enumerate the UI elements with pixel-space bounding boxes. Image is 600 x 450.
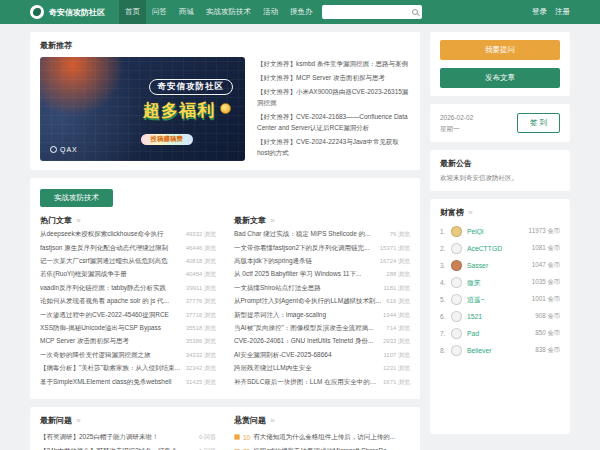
avatar[interactable] <box>451 277 462 288</box>
article-row[interactable]: 从 0ctf 2025 Babyfilter 学习 Windows 11下...… <box>234 270 410 283</box>
article-row[interactable]: vaadin反序列化链挖掘：tabby静态分析实践 39911 浏览 <box>40 284 216 297</box>
article-title[interactable]: 若依(RuoYi)框架漏洞战争手册 <box>40 270 181 279</box>
article-row[interactable]: 补齐SDLC最后一块拼图：LLM 在应用安全中的实... 1671 浏览 <box>234 378 410 391</box>
article-row[interactable]: 记一次某大厂csrf漏洞通过蠕虫从低危到高危 40818 浏览 <box>40 257 216 270</box>
article-row[interactable]: 一文搞懂Shiro站点打法全思路 1181 浏览 <box>234 284 410 297</box>
recommend-item[interactable]: 【好文推荐】MCP Server 攻击面初探与思考 <box>257 73 410 84</box>
article-row[interactable]: fastjson 原生反序列化配合动态代理绕过限制 46446 浏览 <box>40 244 216 257</box>
nav-item[interactable]: 活动 <box>257 0 284 24</box>
article-row[interactable]: Bad Char 绕过实战：稳定 MIPS Shellcode 的... 76 … <box>234 230 410 243</box>
search-icon[interactable] <box>412 9 418 15</box>
more-arrow[interactable]: » <box>270 416 274 425</box>
more-arrow[interactable]: » <box>270 216 274 225</box>
bounty-question-row[interactable]: 10 有大佬知道为什么金格组件上传后，访问上传的... <box>234 430 410 445</box>
article-row[interactable]: XSS防御-揭秘Unicode溢出与CSP Bypass 35518 浏览 <box>40 324 216 337</box>
bounty-question-row[interactable]: 80 按照zdi的博客无法复现成功Microsoft SharePo... <box>234 444 410 450</box>
avatar[interactable] <box>451 294 462 305</box>
article-row[interactable]: CVE-2026-24061：GNU InetUtils Telnetd 身份.… <box>234 337 410 350</box>
username-link[interactable]: Believer <box>467 347 535 354</box>
nav-item[interactable]: 首页 <box>119 0 146 24</box>
username-link[interactable]: Sasser <box>467 262 532 269</box>
tab-combat-tech[interactable]: 实战攻防技术 <box>40 189 113 207</box>
more-arrow[interactable]: » <box>76 416 80 425</box>
article-title[interactable]: CVE-2026-24061：GNU InetUtils Telnetd 身份.… <box>234 337 378 346</box>
article-title[interactable]: 一文带你看懂fastjson2下的反序列化调用链完... <box>234 244 375 253</box>
article-title[interactable]: 记一次某大厂csrf漏洞通过蠕虫从低危到高危 <box>40 257 181 266</box>
username-link[interactable]: AceCTTGD <box>467 245 532 252</box>
article-row[interactable]: 当AI被"反向操控"：图像模型反演攻击全流程揭... 714 浏览 <box>234 324 410 337</box>
promo-banner[interactable]: 奇安信攻防社区 超多福利 投稿赚稿费 QAX <box>40 57 245 161</box>
article-row[interactable]: 从deepseek未授权探索clickhouse命令执行 49332 浏览 <box>40 230 216 243</box>
article-row[interactable]: 一次奇妙的降价支付逻辑漏洞挖掘之旅 34332 浏览 <box>40 351 216 364</box>
article-title[interactable]: 【病毒分析】"美杜莎"勒索家族：从入侵到结束... <box>40 364 181 373</box>
question-title[interactable]: 【有奖调研】2025白帽子能力调研来啦！ <box>40 433 194 442</box>
article-title[interactable]: MCP Server 攻击面初探与思考 <box>40 337 181 346</box>
username-link[interactable]: Pad <box>467 330 535 337</box>
nav-item[interactable]: 问答 <box>146 0 173 24</box>
more-arrow[interactable]: » <box>468 208 472 217</box>
article-title[interactable]: 跨层残差绕过LLM内生安全 <box>234 364 378 373</box>
recommend-item[interactable]: 【好文推荐】小米AX9000路由器CVE-2023-26315漏洞挖掘 <box>257 87 410 108</box>
article-row[interactable]: 若依(RuoYi)框架漏洞战争手册 40454 浏览 <box>40 270 216 283</box>
article-title[interactable]: 补齐SDLC最后一块拼图：LLM 在应用安全中的实... <box>234 378 378 387</box>
nav-item[interactable]: 商城 <box>173 0 200 24</box>
article-row[interactable]: 高版本jdk下的spring通杀链 16724 浏览 <box>234 257 410 270</box>
coin-count: 1001 金币 <box>532 295 560 304</box>
more-arrow[interactable]: » <box>76 216 80 225</box>
nav-item[interactable]: 摸鱼办 <box>284 0 319 24</box>
banner-headline: 超多福利 <box>143 99 215 122</box>
sign-in-button[interactable]: 签 到 <box>517 113 560 133</box>
article-title[interactable]: 当AI被"反向操控"：图像模型反演攻击全流程揭... <box>234 324 381 333</box>
article-row[interactable]: MCP Server 攻击面初探与思考 35386 浏览 <box>40 337 216 350</box>
article-row[interactable]: 【病毒分析】"美杜莎"勒索家族：从入侵到结束... 32342 浏览 <box>40 364 216 377</box>
publish-article-button[interactable]: 发布文章 <box>440 68 560 88</box>
search-box[interactable] <box>322 5 422 19</box>
username-link[interactable]: 微笑 <box>467 278 532 288</box>
article-title[interactable]: 基于SimpleXMLElement class的免杀webshell <box>40 378 181 387</box>
article-title[interactable]: 从deepseek未授权探索clickhouse命令执行 <box>40 230 181 239</box>
avatar[interactable] <box>451 345 462 356</box>
article-title[interactable]: vaadin反序列化链挖掘：tabby静态分析实践 <box>40 284 181 293</box>
article-row[interactable]: 一次渗透过程中的CVE-2022-45460提洞RCE 37716 浏览 <box>40 311 216 324</box>
article-title[interactable]: 论如何从发现者视角看 apache solr 的 js 代... <box>40 297 181 306</box>
article-title[interactable]: 一次奇妙的降价支付逻辑漏洞挖掘之旅 <box>40 351 181 360</box>
article-title[interactable]: 高版本jdk下的spring通杀链 <box>234 257 375 266</box>
article-views: 32342 浏览 <box>186 364 216 373</box>
recommend-item[interactable]: 【好文推荐】ksmbd 条件竞争漏洞挖掘：思路与案例 <box>257 59 410 70</box>
article-row[interactable]: 从Prompt注入到Agent命令执行的LLM越狱技术剖... 616 浏览 <box>234 297 410 310</box>
article-row[interactable]: 跨层残差绕过LLM内生安全 1231 浏览 <box>234 364 410 377</box>
article-title[interactable]: 从Prompt注入到Agent命令执行的LLM越狱技术剖... <box>234 297 381 306</box>
article-title[interactable]: 新型提示词注入：image-scaling <box>234 311 378 320</box>
username-link[interactable]: PeiQi <box>467 228 529 235</box>
article-title[interactable]: Bad Char 绕过实战：稳定 MIPS Shellcode 的... <box>234 230 385 239</box>
avatar[interactable] <box>451 226 462 237</box>
article-row[interactable]: 基于SimpleXMLElement class的免杀webshell 3142… <box>40 378 216 391</box>
article-row[interactable]: AI安全漏洞剖析-CVE-2025-68664 1107 浏览 <box>234 351 410 364</box>
question-row[interactable]: 【有奖调研】2025白帽子能力调研来啦！ 0 回答 <box>40 430 216 445</box>
nav-item[interactable]: 实战攻防技术 <box>200 0 257 24</box>
username-link[interactable]: 1521 <box>467 313 535 320</box>
article-row[interactable]: 新型提示词注入：image-scaling 1344 浏览 <box>234 311 410 324</box>
avatar[interactable] <box>451 243 462 254</box>
login-link[interactable]: 登录 <box>532 7 547 17</box>
recommend-item[interactable]: 【好文推荐】CVE-2024-22243与Java中常见获取host的方式 <box>257 137 410 158</box>
recommend-item[interactable]: 【好文推荐】CVE-2024-21683——Confluence Data Ce… <box>257 112 410 133</box>
username-link[interactable]: 逍遥~ <box>467 295 532 305</box>
avatar[interactable] <box>451 311 462 322</box>
bounty-amount: 10 <box>243 434 250 441</box>
article-title[interactable]: 从 0ctf 2025 Babyfilter 学习 Windows 11下... <box>234 270 381 279</box>
question-row[interactable]: 【24h内发放奖金】可疑攻击IP/C2域名，征集令... 1 回答 <box>40 444 216 450</box>
question-title[interactable]: 有大佬知道为什么金格组件上传后，访问上传的... <box>253 433 410 442</box>
article-title[interactable]: fastjson 原生反序列化配合动态代理绕过限制 <box>40 244 181 253</box>
search-input[interactable] <box>326 9 412 16</box>
article-title[interactable]: AI安全漏洞剖析-CVE-2025-68664 <box>234 351 378 360</box>
avatar[interactable] <box>451 260 462 271</box>
register-link[interactable]: 注册 <box>555 7 570 17</box>
article-row[interactable]: 论如何从发现者视角看 apache solr 的 js 代... 37776 浏… <box>40 297 216 310</box>
article-title[interactable]: 一文搞懂Shiro站点打法全思路 <box>234 284 378 293</box>
article-row[interactable]: 一文带你看懂fastjson2下的反序列化调用链完... 15371 浏览 <box>234 244 410 257</box>
avatar[interactable] <box>451 328 462 339</box>
ask-question-button[interactable]: 我要提问 <box>440 40 560 60</box>
article-title[interactable]: XSS防御-揭秘Unicode溢出与CSP Bypass <box>40 324 181 333</box>
article-title[interactable]: 一次渗透过程中的CVE-2022-45460提洞RCE <box>40 311 181 320</box>
